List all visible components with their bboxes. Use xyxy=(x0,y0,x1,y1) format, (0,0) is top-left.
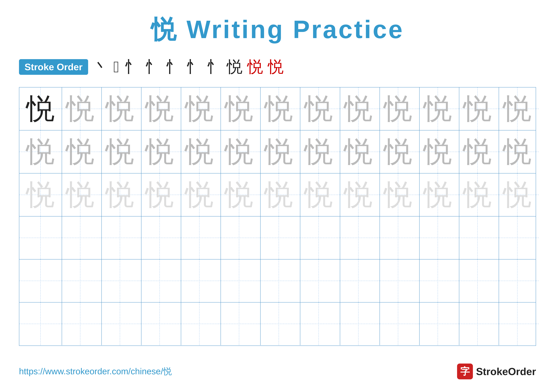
grid-cell-2-8[interactable]: 悦 xyxy=(297,130,340,173)
grid-cell-5-13[interactable] xyxy=(496,259,539,302)
grid-cell-2-7[interactable]: 悦 xyxy=(258,130,300,173)
grid-cell-4-9[interactable] xyxy=(337,216,380,259)
grid-cell-1-11[interactable]: 悦 xyxy=(416,87,459,130)
grid-cell-4-11[interactable] xyxy=(416,216,459,259)
grid-cell-1-10[interactable]: 悦 xyxy=(377,87,420,130)
grid-cell-6-8[interactable] xyxy=(297,302,340,345)
footer-logo: 字 StrokeOrder xyxy=(457,363,536,379)
grid-cell-6-13[interactable] xyxy=(496,302,539,345)
char-guide: 悦 xyxy=(264,95,293,123)
grid-cell-1-9[interactable]: 悦 xyxy=(337,87,380,130)
grid-cell-6-2[interactable] xyxy=(59,302,102,345)
char-dark: 悦 xyxy=(26,95,55,123)
stroke-7: 忄 xyxy=(206,56,222,78)
grid-cell-5-2[interactable] xyxy=(59,259,102,302)
footer-url[interactable]: https://www.strokeorder.com/chinese/悦 xyxy=(19,366,172,377)
grid-cell-1-13[interactable]: 悦 xyxy=(496,87,539,130)
grid-cell-6-4[interactable] xyxy=(139,302,181,345)
grid-cell-2-10[interactable]: 悦 xyxy=(377,130,420,173)
stroke-order-row: Stroke Order 丶 𠄌 忄 忄 忄 忄 忄 悦 悦 悦 xyxy=(19,56,536,78)
char-guide: 悦 xyxy=(106,95,134,123)
grid-cell-5-10[interactable] xyxy=(377,259,420,302)
grid-cell-6-10[interactable] xyxy=(377,302,420,345)
grid-cell-1-3[interactable]: 悦 xyxy=(99,87,141,130)
grid-cell-4-8[interactable] xyxy=(297,216,340,259)
footer: https://www.strokeorder.com/chinese/悦 字 … xyxy=(19,363,536,379)
grid-cell-3-11[interactable]: 悦 xyxy=(416,173,459,216)
grid-cell-1-8[interactable]: 悦 xyxy=(297,87,340,130)
char-guide: 悦 xyxy=(304,95,333,123)
grid-cell-3-13[interactable]: 悦 xyxy=(496,173,539,216)
grid-cell-2-11[interactable]: 悦 xyxy=(416,130,459,173)
grid-cell-6-7[interactable] xyxy=(258,302,300,345)
grid-cell-3-8[interactable]: 悦 xyxy=(297,173,340,216)
grid-cell-5-7[interactable] xyxy=(258,259,300,302)
grid-cell-3-5[interactable]: 悦 xyxy=(178,173,221,216)
grid-cell-4-2[interactable] xyxy=(59,216,102,259)
grid-cell-6-12[interactable] xyxy=(456,302,499,345)
stroke-10: 悦 xyxy=(268,56,284,78)
grid-cell-5-12[interactable] xyxy=(456,259,499,302)
grid-cell-4-10[interactable] xyxy=(377,216,420,259)
grid-cell-2-3[interactable]: 悦 xyxy=(99,130,141,173)
char-faint: 悦 xyxy=(264,181,293,209)
grid-cell-6-6[interactable] xyxy=(218,302,261,345)
grid-cell-6-11[interactable] xyxy=(416,302,459,345)
grid-cell-6-9[interactable] xyxy=(337,302,380,345)
grid-cell-4-13[interactable] xyxy=(496,216,539,259)
grid-cell-5-9[interactable] xyxy=(337,259,380,302)
grid-row-4 xyxy=(19,216,536,259)
stroke-8: 悦 xyxy=(227,56,242,78)
grid-cell-1-4[interactable]: 悦 xyxy=(139,87,181,130)
grid-cell-4-6[interactable] xyxy=(218,216,261,259)
grid-cell-1-5[interactable]: 悦 xyxy=(178,87,221,130)
grid-cell-1-7[interactable]: 悦 xyxy=(258,87,300,130)
grid-cell-5-1[interactable] xyxy=(19,259,62,302)
grid-cell-1-6[interactable]: 悦 xyxy=(218,87,261,130)
stroke-6: 忄 xyxy=(186,56,201,78)
char-guide: 悦 xyxy=(344,95,372,123)
char-guide: 悦 xyxy=(26,138,55,166)
grid-cell-6-5[interactable] xyxy=(178,302,221,345)
grid-cell-5-3[interactable] xyxy=(99,259,141,302)
grid-cell-2-4[interactable]: 悦 xyxy=(139,130,181,173)
grid-cell-3-3[interactable]: 悦 xyxy=(99,173,141,216)
grid-cell-2-13[interactable]: 悦 xyxy=(496,130,539,173)
grid-cell-3-6[interactable]: 悦 xyxy=(218,173,261,216)
grid-row-2: 悦 悦 悦 悦 悦 悦 悦 悦 悦 悦 悦 悦 悦 xyxy=(19,130,536,173)
grid-cell-3-4[interactable]: 悦 xyxy=(139,173,181,216)
grid-cell-3-10[interactable]: 悦 xyxy=(377,173,420,216)
grid-cell-5-8[interactable] xyxy=(297,259,340,302)
grid-cell-3-2[interactable]: 悦 xyxy=(59,173,102,216)
grid-cell-6-1[interactable] xyxy=(19,302,62,345)
grid-cell-2-6[interactable]: 悦 xyxy=(218,130,261,173)
char-faint: 悦 xyxy=(344,181,372,209)
grid-cell-4-4[interactable] xyxy=(139,216,181,259)
grid-cell-4-7[interactable] xyxy=(258,216,300,259)
grid-cell-2-1[interactable]: 悦 xyxy=(19,130,62,173)
grid-cell-3-1[interactable]: 悦 xyxy=(19,173,62,216)
grid-cell-5-6[interactable] xyxy=(218,259,261,302)
grid-cell-1-12[interactable]: 悦 xyxy=(456,87,499,130)
grid-cell-2-12[interactable]: 悦 xyxy=(456,130,499,173)
grid-cell-2-2[interactable]: 悦 xyxy=(59,130,102,173)
grid-cell-5-11[interactable] xyxy=(416,259,459,302)
char-guide: 悦 xyxy=(66,95,95,123)
grid-cell-2-9[interactable]: 悦 xyxy=(337,130,380,173)
grid-cell-4-1[interactable] xyxy=(19,216,62,259)
grid-cell-2-5[interactable]: 悦 xyxy=(178,130,221,173)
grid-cell-4-12[interactable] xyxy=(456,216,499,259)
grid-cell-4-3[interactable] xyxy=(99,216,141,259)
grid-cell-5-5[interactable] xyxy=(178,259,221,302)
grid-cell-1-2[interactable]: 悦 xyxy=(59,87,102,130)
char-guide: 悦 xyxy=(225,95,253,123)
grid-cell-3-9[interactable]: 悦 xyxy=(337,173,380,216)
char-faint: 悦 xyxy=(384,181,412,209)
grid-cell-4-5[interactable] xyxy=(178,216,221,259)
grid-cell-3-7[interactable]: 悦 xyxy=(258,173,300,216)
grid-cell-1-1[interactable]: 悦 xyxy=(19,87,62,130)
grid-cell-3-12[interactable]: 悦 xyxy=(456,173,499,216)
grid-cell-6-3[interactable] xyxy=(99,302,141,345)
char-faint: 悦 xyxy=(424,181,452,209)
grid-cell-5-4[interactable] xyxy=(139,259,181,302)
